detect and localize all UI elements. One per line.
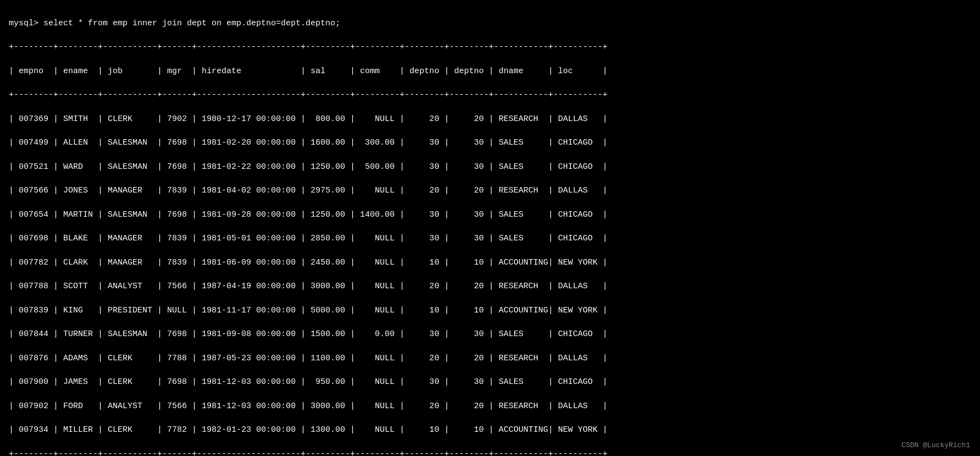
table1-row-8: | 007839 | KING | PRESIDENT | NULL | 198… bbox=[9, 306, 607, 315]
terminal-output: mysql> select * from emp inner join dept… bbox=[9, 6, 971, 456]
table1-sep-header: +--------+--------+-----------+------+--… bbox=[9, 90, 607, 100]
watermark: CSDN @LuckyRich1 bbox=[901, 441, 970, 449]
table1-row-7: | 007788 | SCOTT | ANALYST | 7566 | 1987… bbox=[9, 282, 607, 291]
table1-row-10: | 007876 | ADAMS | CLERK | 7788 | 1987-0… bbox=[9, 354, 607, 363]
table1-row-13: | 007934 | MILLER | CLERK | 7782 | 1982-… bbox=[9, 425, 607, 435]
table1-row-9: | 007844 | TURNER | SALESMAN | 7698 | 19… bbox=[9, 329, 607, 339]
table1-row-12: | 007902 | FORD | ANALYST | 7566 | 1981-… bbox=[9, 402, 607, 411]
table1-row-11: | 007900 | JAMES | CLERK | 7698 | 1981-1… bbox=[9, 377, 607, 387]
query1: mysql> select * from emp inner join dept… bbox=[9, 19, 340, 28]
table1-header: | empno | ename | job | mgr | hiredate |… bbox=[9, 67, 607, 76]
table1-row-5: | 007698 | BLAKE | MANAGER | 7839 | 1981… bbox=[9, 234, 607, 243]
table1-row-1: | 007499 | ALLEN | SALESMAN | 7698 | 198… bbox=[9, 138, 607, 147]
table1-row-0: | 007369 | SMITH | CLERK | 7902 | 1980-1… bbox=[9, 114, 607, 124]
table1-row-2: | 007521 | WARD | SALESMAN | 7698 | 1981… bbox=[9, 162, 607, 172]
table1-row-4: | 007654 | MARTIN | SALESMAN | 7698 | 19… bbox=[9, 210, 607, 219]
table1-row-6: | 007782 | CLARK | MANAGER | 7839 | 1981… bbox=[9, 258, 607, 267]
table1-sep-bottom: +--------+--------+-----------+------+--… bbox=[9, 449, 607, 456]
table1-row-3: | 007566 | JONES | MANAGER | 7839 | 1981… bbox=[9, 186, 607, 195]
table1-sep-top: +--------+--------+-----------+------+--… bbox=[9, 42, 607, 52]
